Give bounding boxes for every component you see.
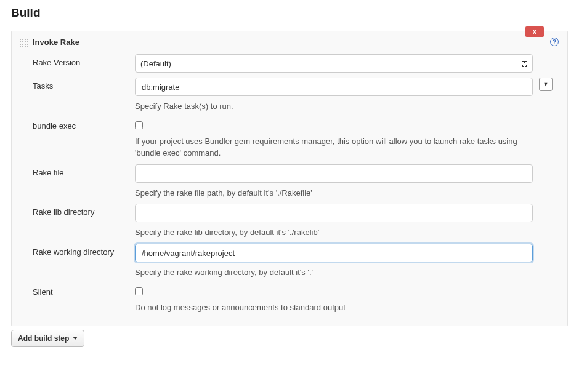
- row-rake-file: Rake file Specify the rake file path, by…: [12, 159, 567, 199]
- drag-handle-icon[interactable]: [19, 38, 28, 47]
- tasks-input[interactable]: [135, 78, 533, 96]
- rake-file-input[interactable]: [135, 164, 533, 183]
- silent-checkbox[interactable]: [135, 287, 143, 295]
- expand-tasks-button[interactable]: ▼: [539, 78, 553, 91]
- label-bundle-exec: bundle exec: [33, 118, 135, 130]
- row-bundle-exec: bundle exec If your project uses Bundler…: [12, 113, 567, 159]
- label-tasks: Tasks: [33, 78, 135, 90]
- help-rake-working-dir: Specify the rake working directory, by d…: [135, 267, 533, 279]
- bundle-exec-checkbox[interactable]: [135, 121, 143, 129]
- help-icon[interactable]: ?: [550, 38, 559, 46]
- add-build-step-label: Add build step: [18, 334, 69, 343]
- help-bundle-exec: If your project uses Bundler gem require…: [135, 136, 533, 159]
- rake-lib-dir-input[interactable]: [135, 204, 533, 222]
- add-build-step-button[interactable]: Add build step: [11, 330, 84, 347]
- label-silent: Silent: [33, 284, 135, 297]
- build-step-panel: Invoke Rake X ? Rake Version (Default) T…: [11, 31, 568, 326]
- chevron-down-icon: [73, 337, 78, 340]
- help-silent: Do not log messages or announcements to …: [135, 302, 533, 314]
- rake-working-dir-input[interactable]: [135, 244, 533, 262]
- row-rake-working-dir: Rake working directory Specify the rake …: [12, 239, 567, 279]
- help-rake-file: Specify the rake file path, by default i…: [135, 188, 533, 199]
- row-tasks: Tasks ▼ Specify Rake task(s) to run.: [12, 73, 567, 113]
- step-header: Invoke Rake X ?: [12, 31, 567, 49]
- row-silent: Silent Do not log messages or announceme…: [12, 279, 567, 325]
- label-rake-working-dir: Rake working directory: [33, 244, 135, 257]
- label-rake-version: Rake Version: [33, 54, 135, 67]
- row-rake-version: Rake Version (Default): [12, 49, 567, 73]
- help-tasks: Specify Rake task(s) to run.: [135, 101, 533, 113]
- step-title: Invoke Rake: [33, 38, 79, 47]
- help-rake-lib-dir: Specify the rake lib directory, by defau…: [135, 227, 533, 239]
- delete-step-button[interactable]: X: [525, 26, 544, 37]
- label-rake-file: Rake file: [33, 164, 135, 177]
- row-rake-lib-dir: Rake lib directory Specify the rake lib …: [12, 199, 567, 239]
- label-rake-lib-dir: Rake lib directory: [33, 204, 135, 217]
- rake-version-select[interactable]: (Default): [135, 54, 533, 73]
- section-title: Build: [11, 6, 568, 20]
